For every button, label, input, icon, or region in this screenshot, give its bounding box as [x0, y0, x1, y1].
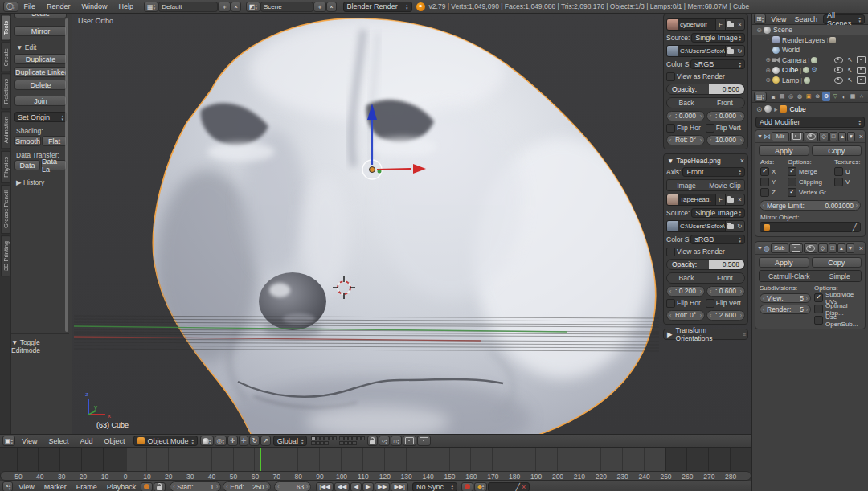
proportional-edit-button[interactable]: ○▴▾	[379, 436, 389, 446]
record-button[interactable]	[461, 482, 473, 491]
editor-type-3dview-button[interactable]: ▣▴▾	[2, 436, 15, 446]
tab-world-icon[interactable]: ◍	[796, 92, 804, 101]
vertex-groups-checkbox[interactable]	[788, 188, 796, 197]
add-scene-button[interactable]: ＋	[313, 2, 326, 12]
current-frame-field[interactable]: ‹63›	[274, 481, 311, 491]
pointer-icon[interactable]: ↖	[847, 67, 853, 74]
tab-relations[interactable]: Relations	[1, 73, 11, 109]
flip-vertical-checkbox[interactable]	[706, 124, 714, 133]
unlink-image-button[interactable]: ×	[735, 19, 744, 30]
play-reverse-button[interactable]: ◀	[350, 482, 362, 491]
apply-button[interactable]: Apply	[759, 257, 809, 268]
outliner-row-scene[interactable]: ⊖Scene	[752, 25, 868, 35]
rotation-field[interactable]: ‹Rot: 0°›	[666, 135, 705, 145]
opengl-render-anim-button[interactable]	[417, 436, 431, 446]
scale-manipulator-button[interactable]: ↗	[260, 436, 271, 446]
pivot-point-button[interactable]: ◎▴▾	[215, 436, 227, 446]
close-scene-button[interactable]: ×	[326, 2, 337, 12]
editor-type-properties-button[interactable]: ▤▴▾	[754, 92, 767, 102]
image-toggle-button[interactable]: Image	[667, 180, 706, 190]
menu-frame[interactable]: Frame	[72, 483, 102, 491]
layer-cell[interactable]	[324, 441, 328, 445]
tab-particles-icon[interactable]: ∴	[858, 92, 866, 101]
outliner-row-lamp[interactable]: ⊕Lamp|↖	[752, 76, 868, 86]
end-frame-field[interactable]: ‹End:250›	[223, 481, 271, 491]
tab-create[interactable]: Create	[1, 43, 11, 72]
axis-x-checkbox[interactable]	[760, 167, 769, 176]
browse-file-button[interactable]	[725, 221, 735, 231]
opacity-slider[interactable]: Opacity:0.500	[666, 84, 745, 95]
jump-to-end-button[interactable]: ▶▶|	[391, 482, 407, 491]
image-datablock[interactable]: cyberwolf F ×	[666, 18, 745, 31]
orientation-select[interactable]: Global▴▾	[273, 436, 308, 446]
flip-vertical-checkbox[interactable]	[706, 299, 714, 308]
outliner-row-camera[interactable]: ⊕Camera|↖	[752, 55, 868, 66]
tab-grease-pencil[interactable]: Grease Pencil	[1, 185, 11, 234]
fake-user-button[interactable]: F	[715, 194, 725, 205]
menu-object[interactable]: Object	[98, 437, 130, 445]
filepath-row[interactable]: C:\Users\Sofox\... ↻	[666, 45, 745, 57]
simple-button[interactable]: Simple	[819, 271, 862, 281]
image-name-field[interactable]: TapeHead.	[678, 196, 715, 203]
data-icon[interactable]	[804, 77, 810, 84]
render-visibility-toggle[interactable]	[790, 132, 804, 141]
front-button[interactable]: Front	[706, 273, 744, 283]
data-button[interactable]: Data	[14, 160, 40, 170]
timeline-ruler[interactable]: -50-40-30-20-100102030405060708090100110…	[0, 471, 751, 481]
move-up-button[interactable]: ▴	[838, 132, 846, 141]
set-origin-select[interactable]: Set Origin▴▾	[14, 112, 67, 122]
back-button[interactable]: Back	[667, 273, 706, 283]
optimal-display-checkbox[interactable]	[814, 305, 823, 313]
movieclip-toggle-button[interactable]: Movie Clip	[706, 180, 744, 190]
tool-shelf-scrollbar[interactable]	[65, 18, 68, 332]
outliner-row-world[interactable]: World	[752, 45, 868, 55]
menu-select[interactable]: Select	[43, 437, 74, 445]
copy-button[interactable]: Copy	[812, 145, 862, 156]
mirror-button[interactable]: Mirror	[14, 26, 67, 36]
tab-constraints-icon[interactable]: ⊗	[813, 92, 821, 101]
tab-object-icon[interactable]: ▣	[805, 92, 813, 101]
manipulator-y-handle[interactable]	[378, 170, 382, 174]
menu-search[interactable]: Search	[791, 15, 822, 23]
eyedropper-icon[interactable]: ╱	[516, 483, 520, 491]
menu-view[interactable]: View	[767, 15, 790, 23]
menu-playback[interactable]: Playback	[102, 483, 141, 491]
add-layout-button[interactable]: ＋	[218, 2, 231, 12]
source-select[interactable]: Single Image▴▾	[691, 33, 745, 43]
duplicate-linked-button[interactable]: Duplicate Linked	[14, 67, 67, 77]
render-engine-select[interactable]: Blender Render▴▾	[343, 2, 412, 12]
filepath-field[interactable]: C:\Users\Sofox\...	[678, 47, 725, 55]
camera-render-icon[interactable]	[857, 76, 866, 84]
play-button[interactable]: ▶	[362, 482, 374, 491]
back-button[interactable]: Back	[667, 98, 706, 108]
menu-marker[interactable]: Marker	[39, 483, 72, 491]
rotate-manipulator-button[interactable]: ↻	[249, 436, 260, 446]
operator-panel[interactable]: ▼ Toggle Editmode	[11, 333, 69, 354]
camera-render-icon[interactable]	[857, 56, 866, 63]
layer-cell[interactable]	[333, 436, 337, 440]
source-select[interactable]: Single Image▴▾	[691, 208, 745, 218]
tab-tools[interactable]: Tools	[1, 15, 11, 41]
tab-3d-printing[interactable]: 3D Printing	[1, 235, 11, 276]
open-image-button[interactable]	[725, 19, 735, 30]
move-down-button[interactable]: ▾	[847, 132, 855, 141]
lock-to-scene-button[interactable]	[367, 436, 378, 446]
menu-add[interactable]: Add	[74, 437, 98, 445]
start-frame-field[interactable]: ‹Start:1›	[170, 481, 221, 491]
screen-layout-icon[interactable]: ▦▴▾	[144, 2, 158, 12]
colorspace-select[interactable]: sRGB▴▾	[690, 59, 745, 69]
flip-horizontal-checkbox[interactable]	[666, 299, 675, 308]
use-opensubdiv-checkbox[interactable]	[814, 316, 823, 325]
camera-render-icon[interactable]	[857, 67, 866, 74]
tab-render-layers-icon[interactable]: ▤	[778, 92, 786, 101]
mode-select[interactable]: Object Mode▴▾	[133, 436, 198, 446]
delete-modifier-button[interactable]: ×	[859, 244, 863, 252]
auto-keyframe-button[interactable]	[141, 482, 153, 491]
data-icon[interactable]	[803, 67, 809, 73]
outliner-row-renderlayers[interactable]: ·RenderLayers|	[752, 35, 868, 46]
view-as-render-checkbox[interactable]	[666, 248, 675, 256]
texture-u-checkbox[interactable]	[834, 167, 843, 176]
browse-file-button[interactable]	[725, 46, 735, 56]
edit-panel-header[interactable]: ▼ Edit	[16, 43, 69, 51]
rotation-field[interactable]: ‹Rot: 0°›	[666, 310, 705, 321]
